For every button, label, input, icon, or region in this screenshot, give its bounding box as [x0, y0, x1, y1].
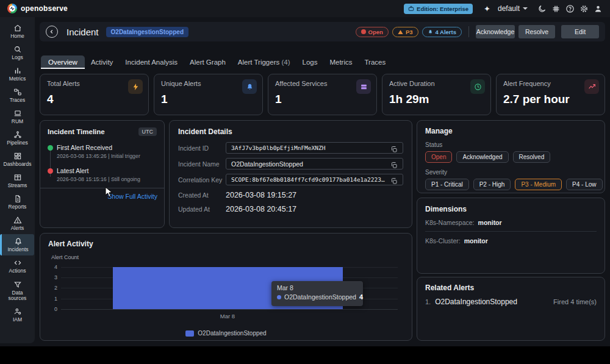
sidebar-item-logs[interactable]: Logs — [0, 42, 35, 63]
settings-gear-icon[interactable] — [580, 4, 589, 13]
divider — [468, 26, 469, 37]
funnel-icon — [13, 280, 22, 289]
stat-unique-alerts: Unique Alerts 1 — [154, 74, 263, 115]
main-content: Incident O2DataIngestionStopped Open P3 … — [35, 17, 610, 346]
dashboards-icon — [13, 152, 22, 160]
dimension-row: K8s-Cluster: monitor — [425, 232, 597, 249]
streams-icon — [13, 173, 22, 182]
y-tick: 0 — [40, 306, 57, 312]
show-full-activity-link[interactable]: Show Full Activity — [107, 193, 157, 200]
tab-incident-analysis[interactable]: Incident Analysis — [119, 55, 184, 69]
sidebar-item-rum[interactable]: RUM — [0, 106, 35, 127]
tab-traces[interactable]: Traces — [359, 55, 392, 69]
created-at-row: Created At 2026-03-08 19:15:27 — [178, 190, 403, 200]
bar-chart-icon — [13, 66, 22, 75]
sidebar-item-actions[interactable]: Actions — [0, 255, 35, 277]
status-option-resolved[interactable]: Resolved — [513, 151, 551, 163]
incident-timeline-card: Incident Timeline UTC First Alert Receiv… — [40, 120, 165, 228]
bell-icon — [428, 29, 433, 35]
dark-mode-icon[interactable] — [537, 4, 547, 13]
briefcase-icon — [408, 5, 414, 12]
page-title: Incident — [66, 27, 99, 37]
severity-option-p1[interactable]: P1 - Critical — [425, 179, 469, 190]
acknowledge-button[interactable]: Acknowledge — [476, 25, 515, 38]
sidebar-item-data-sources[interactable]: Data sources — [0, 277, 35, 304]
tab-overview[interactable]: Overview — [41, 55, 85, 69]
status-option-open[interactable]: Open — [425, 151, 452, 163]
related-alert-item[interactable]: 1. O2DataIngestionStopped Fired 4 time(s… — [425, 298, 597, 306]
sidebar-item-pipelines[interactable]: Pipelines — [0, 127, 35, 149]
sidebar-item-iam[interactable]: IAM — [0, 304, 35, 326]
warning-triangle-icon — [13, 216, 22, 224]
y-tick: 3 — [40, 274, 57, 280]
user-account-icon[interactable] — [594, 4, 603, 13]
chart-legend[interactable]: O2DataIngestionStopped — [40, 330, 412, 337]
stat-affected-services: Affected Services 1 — [268, 74, 377, 115]
divider — [40, 188, 164, 188]
alert-activity-card: Alert Activity Alert Count 4 3 2 1 0 Mar… — [40, 233, 412, 341]
edit-button[interactable]: Edit — [561, 25, 599, 38]
back-button[interactable] — [46, 26, 58, 38]
series-dot-icon — [277, 295, 281, 299]
manage-card: Manage Status Open Acknowledged Resolved… — [417, 120, 605, 193]
code-brackets-icon — [13, 259, 22, 267]
chevron-down-icon — [523, 7, 528, 10]
status-badge-open: Open — [356, 27, 389, 37]
timeline-event-latest: Latest Alert 2026-03-08 15:15:16 | Still… — [48, 167, 160, 182]
related-alerts-card: Related Alerts 1. O2DataIngestionStopped… — [417, 277, 605, 341]
bell-icon — [14, 237, 23, 246]
tab-alert-graph[interactable]: Alert Graph — [184, 55, 232, 69]
sidebar-item-alerts[interactable]: Alerts — [0, 213, 35, 234]
y-tick: 1 — [40, 296, 57, 302]
help-icon[interactable] — [565, 4, 575, 13]
status-option-acknowledged[interactable]: Acknowledged — [456, 151, 508, 163]
gridline — [61, 309, 398, 310]
tab-logs[interactable]: Logs — [296, 55, 324, 69]
sidebar-item-metrics[interactable]: Metrics — [0, 63, 35, 85]
tab-alert-triggers[interactable]: Alert Triggers (4) — [232, 55, 296, 69]
home-icon — [13, 24, 22, 32]
timezone-badge[interactable]: UTC — [138, 127, 157, 136]
sidebar-item-incidents[interactable]: Incidents — [0, 234, 34, 255]
dimensions-card: Dimensions K8s-Namespace: monitor K8s-Cl… — [417, 198, 605, 274]
copy-icon[interactable] — [390, 145, 398, 152]
sidebar-item-home[interactable]: Home — [0, 21, 35, 42]
copy-icon[interactable] — [390, 160, 398, 168]
severity-option-p3[interactable]: P3 - Medium — [515, 179, 562, 190]
dimension-row: K8s-Namespace: monitor — [425, 213, 597, 232]
severity-option-p2[interactable]: P2 - High — [473, 179, 511, 190]
tab-activity[interactable]: Activity — [85, 55, 119, 69]
copy-icon[interactable] — [390, 176, 398, 184]
sidebar-item-traces[interactable]: Traces — [0, 85, 35, 106]
y-tick: 4 — [40, 264, 57, 270]
timeline-event-first: First Alert Received 2026-03-08 13:45:26… — [48, 144, 160, 159]
warning-triangle-icon — [398, 29, 403, 35]
severity-option-p4[interactable]: P4 - Low — [566, 179, 602, 190]
logo-text: openobserve — [21, 4, 68, 13]
details-title: Incident Details — [178, 127, 403, 136]
stat-alert-frequency: Alert Frequency 2.7 per hour — [496, 74, 605, 115]
incident-details-card: Incident Details Incident ID 3AfJ7v3bp0l… — [169, 120, 412, 228]
traces-icon — [13, 88, 22, 96]
resolve-button[interactable]: Resolve — [518, 25, 555, 38]
reports-icon — [13, 194, 22, 203]
stat-active-duration: Active Duration 1h 29m — [382, 74, 491, 115]
sidebar-item-dashboards[interactable]: Dashboards — [0, 149, 35, 170]
correlation-key-row: Correlation Key SCOPE:8bf67e8b0184ff7cfd… — [178, 174, 403, 185]
dimensions-title: Dimensions — [425, 205, 597, 213]
sidebar-item-reports[interactable]: Reports — [0, 191, 35, 213]
related-alerts-title: Related Alerts — [425, 284, 597, 292]
sparkle-icon[interactable]: ✦ — [484, 4, 490, 13]
sidebar-item-streams[interactable]: Streams — [0, 170, 35, 191]
y-tick: 2 — [40, 285, 57, 291]
tab-bar: Overview Activity Incident Analysis Aler… — [41, 54, 605, 69]
chart-title: Alert Activity — [48, 240, 93, 248]
chart-tooltip: Mar 8 O2DataIngestionStopped 4 — [271, 281, 363, 306]
manage-title: Manage — [425, 127, 597, 135]
slack-icon[interactable] — [551, 4, 561, 13]
logo[interactable]: openobserve — [7, 4, 68, 13]
edition-badge[interactable]: Edition: Enterprise — [404, 4, 473, 14]
stat-total-alerts: Total Alerts 4 — [40, 74, 149, 115]
tab-metrics[interactable]: Metrics — [323, 55, 358, 69]
org-selector[interactable]: default — [498, 4, 528, 13]
